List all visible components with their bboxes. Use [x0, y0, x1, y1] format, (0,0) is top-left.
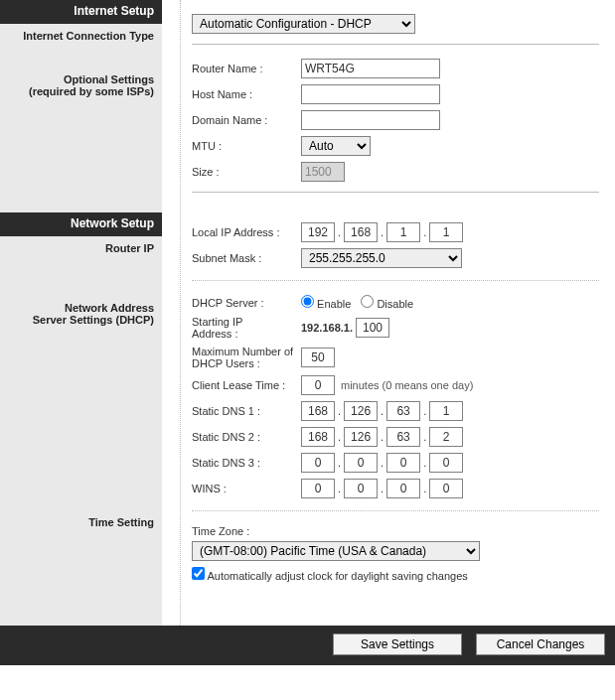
- dashed-separator: [192, 280, 599, 281]
- sdns2-oct4-input[interactable]: [429, 427, 463, 447]
- ip-dot: .: [338, 226, 341, 238]
- static-dns3-field-label: Static DNS 3 :: [192, 457, 301, 469]
- router-ip-label: Router IP: [0, 236, 162, 260]
- local-ip-oct3-input[interactable]: [386, 222, 420, 242]
- ip-dot: .: [381, 457, 384, 469]
- wins-oct3-input[interactable]: [386, 479, 420, 498]
- sdns3-oct1-input[interactable]: [301, 453, 335, 473]
- dhcp-disable-label[interactable]: Disable: [361, 295, 413, 310]
- dhcp-server-field-label: DHCP Server :: [192, 297, 301, 309]
- network-address-label-l2: Server Settings (DHCP): [0, 314, 162, 332]
- ip-dot: .: [423, 457, 426, 469]
- ip-dot: .: [381, 405, 384, 417]
- optional-settings-label-l1: Optional Settings: [0, 68, 162, 85]
- static-dns2-field-label: Static DNS 2 :: [192, 431, 301, 443]
- sdns3-oct4-input[interactable]: [429, 453, 463, 473]
- timezone-field-label: Time Zone :: [192, 525, 249, 537]
- ip-dot: .: [381, 483, 384, 494]
- starting-ip-field-label: Starting IP Address :: [192, 316, 301, 340]
- router-name-input[interactable]: [301, 59, 440, 78]
- sdns1-oct3-input[interactable]: [386, 401, 420, 421]
- timezone-select[interactable]: (GMT-08:00) Pacific Time (USA & Canada): [192, 541, 480, 561]
- ip-dot: .: [423, 226, 426, 238]
- ip-dot: .: [381, 226, 384, 238]
- max-users-input[interactable]: [301, 348, 335, 367]
- dhcp-enable-radio[interactable]: [301, 295, 314, 308]
- ip-dot: .: [423, 431, 426, 443]
- starting-ip-last-input[interactable]: [356, 318, 389, 338]
- wins-oct2-input[interactable]: [344, 479, 378, 498]
- host-name-input[interactable]: [301, 84, 440, 104]
- size-input: [301, 162, 345, 182]
- ip-dot: .: [423, 405, 426, 417]
- router-name-field-label: Router Name :: [192, 63, 301, 74]
- separator: [192, 192, 599, 193]
- subnet-mask-field-label: Subnet Mask :: [192, 252, 301, 264]
- footer-bar: Save Settings Cancel Changes: [0, 626, 615, 665]
- mtu-select[interactable]: Auto: [301, 136, 371, 156]
- sdns2-oct1-input[interactable]: [301, 427, 335, 447]
- mtu-field-label: MTU :: [192, 140, 301, 152]
- dhcp-enable-label[interactable]: Enable: [301, 295, 351, 310]
- host-name-field-label: Host Name :: [192, 88, 301, 100]
- dashed-separator: [192, 510, 599, 511]
- ip-dot: .: [338, 431, 341, 443]
- ip-dot: .: [338, 457, 341, 469]
- domain-name-input[interactable]: [301, 110, 440, 130]
- sdns3-oct2-input[interactable]: [344, 453, 378, 473]
- max-users-field-label-l1: Maximum Number of: [192, 346, 301, 357]
- lease-time-field-label: Client Lease Time :: [192, 379, 301, 391]
- internet-setup-heading: Internet Setup: [0, 0, 162, 24]
- internet-connection-type-select[interactable]: Automatic Configuration - DHCP: [192, 14, 415, 34]
- ip-dot: .: [381, 431, 384, 443]
- cancel-changes-button[interactable]: Cancel Changes: [476, 633, 605, 655]
- optional-settings-label-l2: (required by some ISPs): [0, 85, 162, 103]
- ip-dot: .: [423, 483, 426, 494]
- local-ip-oct1-input[interactable]: [301, 222, 335, 242]
- local-ip-oct4-input[interactable]: [429, 222, 463, 242]
- local-ip-oct2-input[interactable]: [344, 222, 378, 242]
- ip-dot: .: [338, 405, 341, 417]
- sdns1-oct1-input[interactable]: [301, 401, 335, 421]
- max-users-field-label-l2: DHCP Users :: [192, 357, 301, 369]
- dhcp-disable-radio[interactable]: [361, 295, 374, 308]
- save-settings-button[interactable]: Save Settings: [333, 633, 462, 655]
- subnet-mask-select[interactable]: 255.255.255.0: [301, 248, 462, 268]
- sdns1-oct2-input[interactable]: [344, 401, 378, 421]
- time-setting-label: Time Setting: [0, 510, 162, 534]
- lease-time-suffix: minutes (0 means one day): [341, 379, 473, 391]
- max-users-field-label: Maximum Number of DHCP Users :: [192, 346, 301, 369]
- sdns2-oct2-input[interactable]: [344, 427, 378, 447]
- vertical-divider: [180, 0, 181, 626]
- dhcp-enable-text: Enable: [317, 298, 351, 310]
- sdns2-oct3-input[interactable]: [386, 427, 420, 447]
- separator: [192, 44, 599, 45]
- starting-ip-prefix: 192.168.1.: [301, 322, 353, 334]
- auto-dst-label[interactable]: Automatically adjust clock for daylight …: [192, 567, 468, 582]
- sdns1-oct4-input[interactable]: [429, 401, 463, 421]
- ip-dot: .: [338, 483, 341, 494]
- network-address-label-l1: Network Address: [0, 296, 162, 314]
- dhcp-disable-text: Disable: [377, 298, 413, 310]
- lease-time-input[interactable]: [301, 375, 335, 395]
- static-dns1-field-label: Static DNS 1 :: [192, 405, 301, 417]
- local-ip-field-label: Local IP Address :: [192, 226, 301, 238]
- domain-name-field-label: Domain Name :: [192, 114, 301, 126]
- sdns3-oct3-input[interactable]: [386, 453, 420, 473]
- size-field-label: Size :: [192, 166, 301, 178]
- starting-ip-field-label-l2: Address :: [192, 328, 301, 340]
- wins-oct4-input[interactable]: [429, 479, 463, 498]
- internet-connection-type-label: Internet Connection Type: [0, 24, 162, 48]
- auto-dst-checkbox[interactable]: [192, 567, 205, 580]
- network-setup-heading: Network Setup: [0, 212, 162, 236]
- wins-oct1-input[interactable]: [301, 479, 335, 498]
- wins-field-label: WINS :: [192, 483, 301, 494]
- starting-ip-field-label-l1: Starting IP: [192, 316, 301, 328]
- auto-dst-text: Automatically adjust clock for daylight …: [207, 570, 467, 582]
